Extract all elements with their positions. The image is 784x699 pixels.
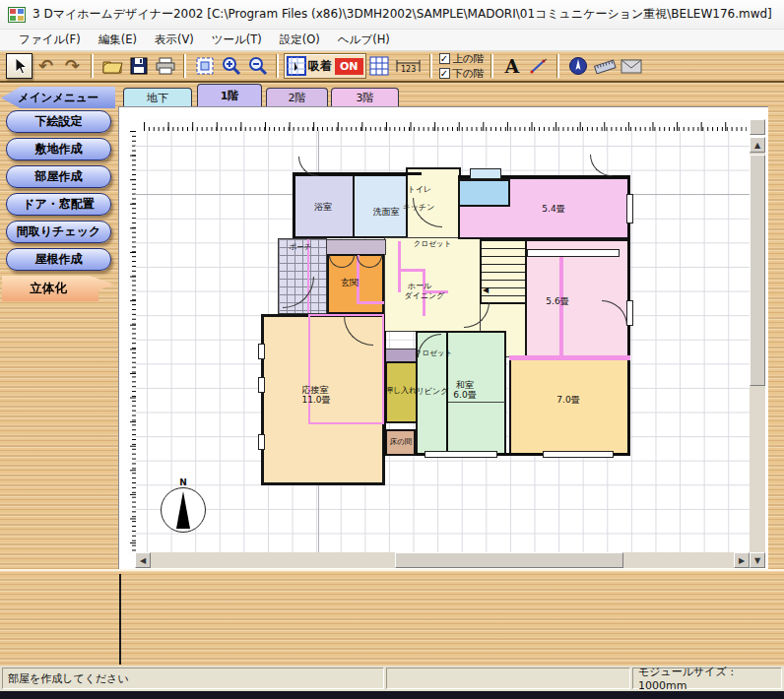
bottom-panel-divider <box>119 574 121 665</box>
menu-view[interactable]: 表示(V) <box>146 31 203 49</box>
measure-tool-button[interactable] <box>591 53 618 79</box>
snap-label: 吸着 <box>306 58 334 75</box>
toolbar-separator <box>91 54 94 78</box>
sidebar-button-madori-check[interactable]: 間取りチェック <box>6 221 111 243</box>
scroll-right-button[interactable]: ▶ <box>734 552 750 568</box>
sidebar-button-door-mado[interactable]: ドア・窓配置 <box>6 193 111 216</box>
print-button[interactable] <box>152 53 178 79</box>
redo-button[interactable]: ↷ <box>59 53 86 79</box>
scroll-down-button[interactable]: ▼ <box>750 552 765 568</box>
compass-north-label: N <box>179 477 187 487</box>
tab-floor1[interactable]: 1階 <box>197 84 262 106</box>
mail-icon <box>621 58 642 74</box>
workarea: 地下 1階 2階 3階 <box>118 83 784 569</box>
tab-basement[interactable]: 地下 <box>123 88 192 106</box>
toolbar-separator <box>183 54 186 78</box>
dimension-button[interactable]: 123 <box>393 53 425 79</box>
toolbar-separator <box>276 54 279 78</box>
room-closet-lower[interactable] <box>385 349 418 362</box>
checkbox-icon[interactable]: ✓ <box>439 68 450 79</box>
lower-floor-check[interactable]: ✓ 下の階 <box>439 67 485 81</box>
sidebar-button-heya[interactable]: 部屋作成 <box>6 165 111 188</box>
compass-needle <box>176 491 190 529</box>
menu-edit[interactable]: 編集(E) <box>90 31 146 49</box>
app-window: 3 Dマイホームデザイナー2002 [C:\Program Files (x86… <box>0 0 784 699</box>
sidebar-button-shitae[interactable]: 下絵設定 <box>6 110 111 133</box>
pink-wall <box>509 355 630 360</box>
floor-visibility-checks: ✓ 上の階 ✓ 下の階 <box>439 52 485 81</box>
compass-icon <box>568 56 588 76</box>
vertical-scroll-thumb[interactable] <box>750 155 765 386</box>
label-closet-upper: クロゼット <box>414 240 451 249</box>
sidebar-button-shikichi[interactable]: 敷地作成 <box>6 138 111 160</box>
checkbox-icon[interactable]: ✓ <box>439 53 450 64</box>
label-closet-lower: クロゼット <box>415 350 452 358</box>
sidebar-button-yane[interactable]: 屋根作成 <box>6 248 111 271</box>
status-spacer <box>386 667 630 689</box>
grid-toggle-button[interactable] <box>366 53 393 79</box>
bottom-panel <box>0 569 784 666</box>
toolbar-separator <box>429 54 432 78</box>
toolbar-separator <box>556 54 559 78</box>
label-dining: ダイニング <box>405 291 445 300</box>
save-button[interactable] <box>125 53 152 79</box>
grid-icon <box>369 56 389 76</box>
pink-wall <box>357 301 384 304</box>
ruler-icon <box>593 58 617 74</box>
room-70[interactable] <box>509 355 630 455</box>
tab-floor2[interactable]: 2階 <box>266 88 328 106</box>
sidebar-main-menu-button[interactable]: メインメニュー <box>1 87 115 108</box>
label-room54: 5.4畳 <box>542 204 564 214</box>
menu-settings[interactable]: 設定(O) <box>271 31 329 49</box>
snap-on-badge: ON <box>335 58 363 75</box>
mail-button[interactable] <box>618 53 644 79</box>
tab-floor3[interactable]: 3階 <box>331 88 399 106</box>
sidebar-button-rittaika[interactable]: 立体化 <box>2 276 114 301</box>
scroll-left-button[interactable]: ◀ <box>135 552 151 568</box>
label-toilet: トイレ <box>408 185 432 194</box>
taskbar-edge <box>0 691 784 699</box>
menu-tools[interactable]: ツール(T) <box>203 31 271 49</box>
label-hall: ホール <box>408 282 431 290</box>
compass-tool-button[interactable] <box>564 53 591 79</box>
open-file-button[interactable] <box>98 53 125 79</box>
window-mark <box>543 451 614 458</box>
lower-floor-label: 下の階 <box>453 67 485 81</box>
upper-floor-check[interactable]: ✓ 上の階 <box>439 52 485 66</box>
window-title: 3 Dマイホームデザイナー2002 [C:\Program Files (x86… <box>33 6 772 23</box>
zoom-in-button[interactable] <box>218 53 244 79</box>
fit-view-button[interactable] <box>191 53 218 79</box>
status-bar: 部屋を作成してください モジュールサイズ：1000mm <box>0 666 784 691</box>
label-oshiire: 押し入れ <box>385 386 417 395</box>
draw-line-button[interactable] <box>525 53 552 79</box>
zoom-out-button[interactable] <box>244 53 271 79</box>
scroll-up-button[interactable]: ▲ <box>750 137 765 153</box>
label-washroom: 洗面室 <box>373 207 400 217</box>
title-bar: 3 Dマイホームデザイナー2002 [C:\Program Files (x86… <box>0 0 784 30</box>
pink-wall <box>398 241 401 292</box>
window-mark <box>527 249 620 257</box>
plan-canvas[interactable]: 浴室 洗面室 トイレ キッチン クロゼット 5.4畳 ホール ダイニング ポーチ… <box>118 106 768 569</box>
select-tool-button[interactable] <box>6 53 33 79</box>
label-tokonoma: 床の間 <box>390 438 413 447</box>
zoom-in-icon <box>222 56 241 76</box>
menu-file[interactable]: ファイル(F) <box>10 31 90 49</box>
status-module-size: モジュールサイズ：1000mm <box>632 667 782 689</box>
vertical-scrollbar[interactable]: ▲ ▼ <box>750 137 765 568</box>
label-kitchen: キッチン <box>403 203 435 212</box>
label-porch: ポーチ <box>290 243 312 252</box>
entrance-step[interactable] <box>325 239 386 255</box>
undo-button[interactable]: ↶ <box>33 53 59 79</box>
menu-bar: ファイル(F) 編集(E) 表示(V) ツール(T) 設定(O) ヘルプ(H) <box>0 30 784 51</box>
horizontal-scroll-thumb[interactable] <box>395 552 623 568</box>
floppy-icon <box>130 57 148 75</box>
room-kitchen-sink[interactable] <box>458 179 510 207</box>
horizontal-scrollbar[interactable]: ◀ ▶ <box>135 552 750 568</box>
cursor-icon <box>11 56 29 76</box>
menu-help[interactable]: ヘルプ(H) <box>329 31 399 49</box>
room-56[interactable] <box>525 239 630 357</box>
minimize-button[interactable]: — <box>772 1 784 29</box>
text-tool-button[interactable]: A <box>498 53 525 79</box>
horizontal-ruler <box>144 119 747 131</box>
snap-toggle-group[interactable]: 吸着 ON <box>284 53 366 79</box>
